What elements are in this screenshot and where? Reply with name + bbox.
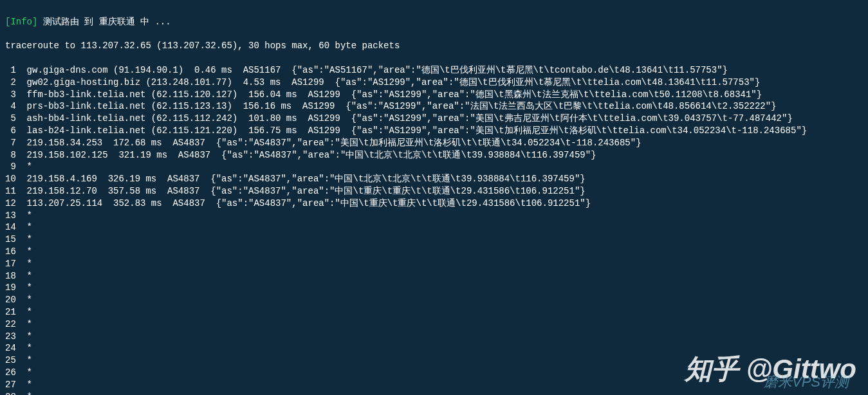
info-line: [Info] 测试路由 到 重庆联通 中 ... bbox=[5, 16, 863, 28]
terminal-output: [Info] 测试路由 到 重庆联通 中 ... traceroute to 1… bbox=[0, 0, 868, 395]
info-tag: [Info] bbox=[5, 17, 37, 27]
hops-container: 1 gw.giga-dns.com (91.194.90.1) 0.46 ms … bbox=[5, 65, 807, 395]
info-text: 测试路由 到 重庆联通 中 ... bbox=[37, 17, 171, 27]
trace-header: traceroute to 113.207.32.65 (113.207.32.… bbox=[5, 40, 863, 52]
